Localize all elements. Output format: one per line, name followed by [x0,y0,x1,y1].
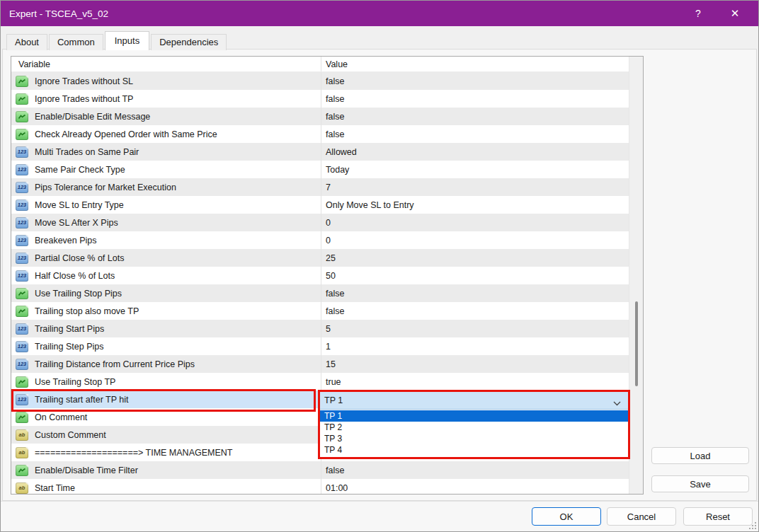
table-row[interactable]: Enable/Disable Time Filter false [11,461,629,479]
bool-input-icon [16,93,28,105]
table-row[interactable]: 123 Multi Trades on Same Pair Allowed [11,143,629,161]
value-cell[interactable]: false [321,284,629,302]
text-input-icon: ab [16,447,28,458]
dropdown-option[interactable]: TP 1 [320,410,628,422]
variable-cell: 123 Same Pair Check Type [11,161,321,178]
cancel-button[interactable]: Cancel [607,507,676,526]
dropdown-selected-value: TP 1 [324,395,343,405]
help-button[interactable]: ? [682,1,714,26]
number-input-icon: 123 [16,270,28,282]
value-cell[interactable]: 0 [321,214,629,231]
variable-cell: Check Already Opened Order with Same Pri… [11,125,321,143]
titlebar: Expert - TSCEA_v5_02 ? ✕ [1,1,758,26]
table-row[interactable]: Check Already Opened Order with Same Pri… [11,125,629,143]
expert-properties-dialog: Expert - TSCEA_v5_02 ? ✕ About Common In… [0,0,759,532]
variable-cell: 123 Move SL After X Pips [11,214,321,231]
scrollbar-thumb[interactable] [635,301,638,386]
number-input-icon: 123 [16,394,28,405]
variable-cell: Use Trailing Stop TP [11,373,321,391]
variable-cell: ab Custom Comment [11,426,321,444]
value-dropdown: TP 1 TP 1TP 2TP 3TP 4 [318,390,630,459]
vertical-scrollbar[interactable] [629,57,643,494]
value-cell[interactable]: Today [321,161,629,178]
variable-cell: Trailing stop also move TP [11,302,321,320]
variable-cell: 123 Breakeven Pips [11,231,321,249]
number-input-icon: 123 [16,182,28,193]
value-cell[interactable]: 25 [321,249,629,267]
variable-cell: ab Start Time [11,479,321,495]
value-cell[interactable]: 01:00 [321,479,629,495]
value-cell[interactable]: true [321,373,629,391]
value-cell[interactable]: 7 [321,178,629,196]
table-row[interactable]: 123 Trailing Step Pips 1 [11,337,629,355]
value-cell[interactable]: 1 [321,337,629,355]
tab-inputs[interactable]: Inputs [105,31,149,50]
table-row[interactable]: Trailing stop also move TP false [11,302,629,320]
table-row[interactable]: 123 Breakeven Pips 0 [11,231,629,249]
table-row[interactable]: Enable/Disable Edit Message false [11,108,629,125]
number-input-icon: 123 [16,200,28,211]
ok-button[interactable]: OK [532,507,601,526]
variable-value: false [326,289,344,299]
bool-input-icon [16,288,28,299]
variable-name: Enable/Disable Edit Message [35,112,150,122]
value-cell[interactable]: Only Move SL to Entry [321,196,629,214]
table-row[interactable]: 123 Move SL After X Pips 0 [11,214,629,231]
dropdown-option[interactable]: TP 4 [320,444,628,456]
value-cell[interactable]: false [321,302,629,320]
variable-cell: 123 Multi Trades on Same Pair [11,143,321,161]
variable-value: 5 [326,324,331,334]
variable-name: Ignore Trades without SL [35,76,133,86]
variable-cell: ab ====================> TIME MANAGEMENT [11,444,321,461]
tab-about[interactable]: About [6,34,47,50]
value-cell[interactable]: 5 [321,320,629,337]
variable-value: false [326,76,344,86]
variable-cell: Enable/Disable Edit Message [11,108,321,125]
dropdown-combobox[interactable]: TP 1 [320,392,628,410]
variable-value: 1 [326,342,331,352]
save-button[interactable]: Save [651,475,749,492]
dropdown-option[interactable]: TP 3 [320,433,628,444]
value-cell[interactable]: false [321,461,629,479]
load-button[interactable]: Load [651,447,749,464]
table-row[interactable]: Use Trailing Stop TP true [11,373,629,391]
table-row[interactable]: 123 Move SL to Entry Type Only Move SL t… [11,196,629,214]
number-input-icon: 123 [16,164,28,175]
dropdown-option[interactable]: TP 2 [320,422,628,433]
table-row[interactable]: 123 Partial Close % of Lots 25 [11,249,629,267]
value-cell[interactable]: 15 [321,355,629,373]
table-row[interactable]: 123 Same Pair Check Type Today [11,161,629,178]
resize-grip[interactable] [752,525,753,526]
value-cell[interactable]: false [321,90,629,108]
tabstrip: About Common Inputs Dependencies [6,34,228,50]
table-row[interactable]: 123 Pips Tolerance for Market Execution … [11,178,629,196]
variable-name: ====================> TIME MANAGEMENT [35,448,232,458]
variable-name: Trailing start after TP hit [35,395,128,405]
table-row[interactable]: Use Trailing Stop Pips false [11,284,629,302]
value-cell[interactable]: 50 [321,267,629,284]
tab-dependencies[interactable]: Dependencies [151,34,227,50]
table-row[interactable]: Ignore Trades without SL false [11,72,629,90]
value-cell[interactable]: false [321,108,629,125]
bool-input-icon [16,306,28,317]
value-cell[interactable]: false [321,125,629,143]
table-row[interactable]: 123 Half Close % of Lots 50 [11,267,629,284]
variable-cell: 123 Trailing Start Pips [11,320,321,337]
value-cell[interactable]: false [321,72,629,90]
variable-value: 7 [326,183,331,192]
variable-value: Today [326,165,349,175]
variable-value: 0 [326,218,331,228]
reset-button[interactable]: Reset [683,507,753,526]
variable-cell: 123 Trailing Distance from Current Price… [11,355,321,373]
table-row[interactable]: 123 Trailing Start Pips 5 [11,320,629,337]
table-row[interactable]: 123 Trailing Distance from Current Price… [11,355,629,373]
table-row[interactable]: Ignore Trades without TP false [11,90,629,108]
value-cell[interactable]: Allowed [321,143,629,161]
tab-common[interactable]: Common [49,34,103,50]
variable-name: Trailing Distance from Current Price Pip… [35,359,195,369]
value-cell[interactable]: 0 [321,231,629,249]
table-row[interactable]: ab Start Time 01:00 [11,479,629,495]
bool-input-icon [16,412,28,423]
window-title: Expert - TSCEA_v5_02 [9,8,108,19]
close-button[interactable]: ✕ [719,1,751,26]
